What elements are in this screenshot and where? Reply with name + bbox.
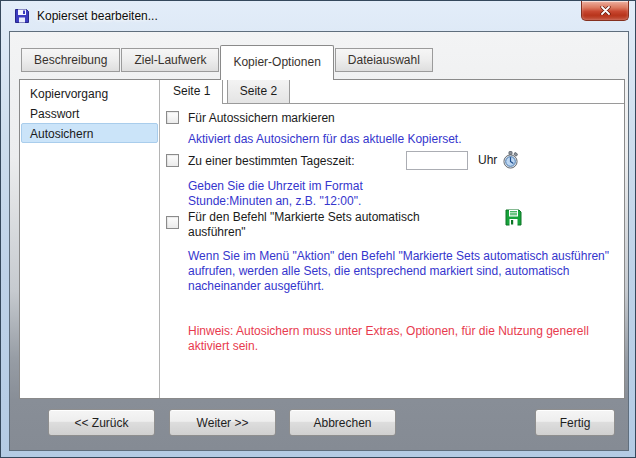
window-title: Kopierset bearbeiten... (37, 9, 158, 23)
autorun-label-line1: Für den Befehl "Markierte Sets automatis… (188, 210, 420, 225)
sidebar-item-autosichern[interactable]: Autosichern (21, 123, 158, 143)
sidebar-item-kopiervorgang[interactable]: Kopiervorgang (21, 83, 158, 103)
mark-autosave-label: Für Autossichern markieren (188, 111, 335, 126)
option-mark-autosave-row: Für Autossichern markieren (166, 111, 335, 126)
tab-dateiauswahl[interactable]: Dateiauswahl (335, 48, 433, 72)
close-button[interactable] (581, 1, 629, 21)
back-button[interactable]: << Zurück (48, 409, 155, 436)
option-time-row: Zu einer bestimmten Tageszeit: Uhr (166, 154, 624, 169)
category-sidebar: Kopiervorgang Passwort Autosichern (20, 80, 160, 398)
next-button[interactable]: Weiter >> (169, 409, 276, 436)
close-icon (600, 6, 611, 15)
option-autorun-row: Für den Befehl "Markierte Sets automatis… (166, 210, 420, 240)
time-note-line2: Stunde:Minuten an, z.B. "12:00". (188, 194, 363, 209)
mark-autosave-checkbox[interactable] (166, 111, 179, 124)
tab-beschreibung[interactable]: Beschreibung (21, 48, 120, 72)
time-input[interactable] (406, 151, 468, 170)
options-content: Für Autossichern markieren Aktiviert das… (161, 104, 624, 398)
time-unit-label: Uhr (478, 153, 497, 167)
subtab-seite-1[interactable]: Seite 1 (161, 80, 223, 104)
tab-ziel-laufwerk[interactable]: Ziel-Laufwerk (121, 48, 219, 72)
hint-text: Hinweis: Autosichern muss unter Extras, … (188, 324, 616, 354)
tab-kopier-optionen[interactable]: Kopier-Optionen (220, 45, 333, 80)
sidebar-item-passwort[interactable]: Passwort (21, 103, 158, 123)
tab-bar: Beschreibung Ziel-Laufwerk Kopier-Option… (21, 45, 434, 80)
autorun-note: Wenn Sie im Menü "Aktion" den Befehl "Ma… (188, 249, 620, 294)
dialog-client-area: Beschreibung Ziel-Laufwerk Kopier-Option… (9, 31, 629, 451)
mark-autosave-note: Aktiviert das Autosichern für das aktuel… (188, 132, 461, 147)
dialog-window: Kopierset bearbeiten... Beschreibung Zie… (0, 0, 636, 458)
tab-content-panel: Kopiervorgang Passwort Autosichern Seite… (19, 79, 625, 399)
subtab-row: Seite 1 Seite 2 (161, 80, 624, 104)
time-checkbox[interactable] (166, 154, 179, 167)
titlebar: Kopierset bearbeiten... (1, 1, 635, 31)
stopwatch-icon[interactable] (502, 151, 519, 172)
autorun-checkbox[interactable] (166, 216, 179, 229)
finish-button[interactable]: Fertig (535, 409, 615, 436)
time-note: Geben Sie die Uhrzeit im Format Stunde:M… (188, 179, 363, 209)
floppy-disk-icon (14, 8, 30, 24)
cancel-button[interactable]: Abbrechen (289, 409, 396, 436)
time-note-line1: Geben Sie die Uhrzeit im Format (188, 179, 363, 194)
main-area: Seite 1 Seite 2 Für Autossichern markier… (161, 80, 624, 398)
time-label: Zu einer bestimmten Tageszeit: (188, 154, 355, 169)
subtab-seite-2[interactable]: Seite 2 (227, 80, 290, 103)
autorun-label: Für den Befehl "Markierte Sets automatis… (188, 210, 420, 240)
autorun-label-line2: ausführen" (188, 225, 420, 240)
green-floppy-icon (505, 209, 522, 229)
